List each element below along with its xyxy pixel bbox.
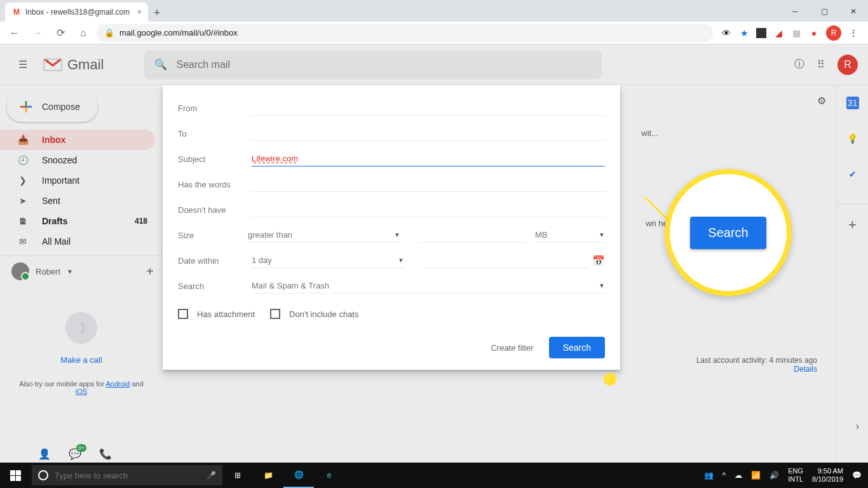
- adv-from-input[interactable]: [252, 100, 605, 116]
- adv-searchin-select[interactable]: Mail & Spam & Trash▼: [252, 278, 605, 294]
- tab-close-icon[interactable]: ×: [137, 8, 142, 17]
- checkbox-icon: [270, 309, 280, 319]
- rail-add-button[interactable]: +: [837, 203, 868, 233]
- ext-star-icon[interactable]: ★: [738, 27, 750, 39]
- close-window-button[interactable]: ✕: [839, 1, 868, 22]
- apps-grid-icon[interactable]: ⠿: [817, 58, 825, 71]
- tray-chevron-icon[interactable]: ^: [722, 471, 726, 480]
- maximize-button[interactable]: ▢: [810, 1, 839, 22]
- windows-taskbar: 🎤 ⊞ 📁 🌐 e 👥 ^ ☁ 📶 🔊 ENGINTL 9:50 AM8/10/…: [0, 463, 868, 488]
- url-text: mail.google.com/mail/u/0/#inbox: [119, 28, 238, 37]
- adv-haswords-input[interactable]: [252, 177, 605, 192]
- clock[interactable]: 9:50 AM8/10/2019: [812, 467, 843, 484]
- chrome-profile-icon[interactable]: R: [826, 25, 841, 41]
- hangouts-user-row[interactable]: Robert ▼ +: [0, 262, 163, 280]
- ios-link[interactable]: iOS: [76, 388, 87, 395]
- adv-size-value-input[interactable]: [419, 227, 526, 243]
- window-controls: ─ ▢ ✕: [780, 1, 868, 22]
- adv-has-attachment-check[interactable]: Has attachment: [178, 309, 255, 319]
- details-link[interactable]: Details: [794, 365, 817, 374]
- calendar-picker-icon[interactable]: 📅: [592, 255, 605, 267]
- home-icon[interactable]: ⌂: [74, 24, 93, 43]
- address-bar[interactable]: 🔒 mail.google.com/mail/u/0/#inbox: [97, 24, 713, 42]
- sidebar-item-inbox[interactable]: 📥 Inbox: [0, 130, 155, 150]
- add-label-button[interactable]: +: [146, 264, 154, 279]
- keep-icon[interactable]: 💡: [846, 132, 859, 145]
- tasks-icon[interactable]: ✔: [846, 168, 859, 180]
- onedrive-icon[interactable]: ☁: [735, 471, 742, 480]
- cortana-input[interactable]: [55, 471, 200, 480]
- sidebar-label: Drafts: [42, 216, 67, 226]
- footer-activity: Last account activity: 4 minutes ago Det…: [696, 356, 817, 374]
- adv-size-unit-select[interactable]: MB▼: [535, 227, 605, 243]
- bg-promo-text: wit...: [641, 128, 658, 138]
- adv-subject-input[interactable]: [252, 151, 605, 166]
- start-button[interactable]: [0, 463, 31, 488]
- adv-doesnthave-input[interactable]: [252, 202, 605, 217]
- ext-eye-icon[interactable]: 👁: [721, 27, 732, 39]
- new-tab-button[interactable]: +: [148, 4, 166, 22]
- android-link[interactable]: Android: [106, 380, 130, 388]
- gmail-brand-text: Gmail: [67, 57, 104, 73]
- phone-icon[interactable]: 📞: [99, 448, 112, 460]
- right-rail: 31 💡 ✔ +: [836, 85, 868, 463]
- create-filter-button[interactable]: Create filter: [491, 343, 533, 353]
- make-call-link[interactable]: Make a call: [60, 355, 102, 365]
- sidebar-item-snoozed[interactable]: 🕘 Snoozed: [0, 150, 155, 170]
- file-explorer-icon[interactable]: 📁: [253, 463, 283, 488]
- ext-flag-icon[interactable]: ◢: [773, 27, 784, 39]
- sidebar-item-drafts[interactable]: 🗎 Drafts 418: [0, 211, 155, 231]
- volume-icon[interactable]: 🔊: [770, 471, 779, 480]
- ext-square-icon[interactable]: [756, 28, 766, 38]
- browser-tab[interactable]: M Inbox - rewells318@gmail.com ×: [5, 3, 148, 22]
- gmail-header: ☰ Gmail 🔍 ⓘ ⠿ R: [0, 44, 868, 85]
- gmail-search-bar[interactable]: 🔍: [144, 50, 602, 79]
- back-icon[interactable]: ←: [5, 24, 24, 43]
- minimize-button[interactable]: ─: [780, 1, 810, 22]
- adv-to-input[interactable]: [252, 126, 605, 141]
- edge-task-icon[interactable]: e: [314, 463, 344, 488]
- extensions: 👁 ★ ◢ ▦ ● R ⋮: [717, 25, 863, 41]
- help-icon[interactable]: ⓘ: [794, 58, 804, 71]
- forward-icon[interactable]: →: [28, 24, 47, 43]
- task-view-icon[interactable]: ⊞: [222, 463, 253, 488]
- mic-icon[interactable]: 🎤: [207, 471, 216, 480]
- chevron-down-icon[interactable]: ▼: [67, 268, 73, 275]
- hangouts-chat-icon[interactable]: 💬9+: [69, 448, 81, 460]
- sidebar-item-important[interactable]: ❯ Important: [0, 170, 155, 191]
- notifications-icon[interactable]: 💬: [852, 471, 862, 480]
- ext-grey-icon[interactable]: ▦: [790, 27, 802, 39]
- adv-date-input[interactable]: [423, 253, 588, 268]
- callout-search-button: Search: [690, 217, 766, 249]
- chrome-menu-icon[interactable]: ⋮: [848, 27, 859, 39]
- adv-subject-label: Subject: [178, 154, 252, 164]
- gear-icon[interactable]: ⚙: [817, 95, 826, 106]
- adv-search-button[interactable]: Search: [549, 337, 605, 358]
- compose-button[interactable]: Compose: [6, 92, 98, 122]
- search-input[interactable]: [176, 59, 592, 71]
- people-icon[interactable]: 👥: [704, 471, 714, 480]
- hangouts-phone-icon[interactable]: 🕽: [65, 312, 97, 344]
- calendar-icon[interactable]: 31: [846, 97, 859, 109]
- adv-size-op-select[interactable]: greater than▼: [248, 227, 400, 243]
- hamburger-icon[interactable]: ☰: [10, 52, 36, 78]
- sidebar-item-allmail[interactable]: ✉ All Mail: [0, 231, 155, 252]
- search-icon[interactable]: 🔍: [154, 58, 167, 71]
- cortana-search[interactable]: 🎤: [32, 465, 222, 485]
- account-avatar[interactable]: R: [837, 55, 858, 75]
- gmail-logo[interactable]: Gmail: [43, 57, 104, 73]
- lock-icon: 🔒: [104, 28, 114, 37]
- network-icon[interactable]: 📶: [751, 471, 761, 480]
- reload-icon[interactable]: ⟳: [51, 24, 70, 43]
- sidebar-item-sent[interactable]: ➤ Sent: [0, 191, 155, 211]
- chrome-task-icon[interactable]: 🌐: [283, 463, 314, 488]
- person-icon[interactable]: 👤: [38, 448, 51, 460]
- adv-no-chats-check[interactable]: Don't include chats: [270, 309, 358, 319]
- callout-highlight: Search: [665, 169, 792, 296]
- language-indicator[interactable]: ENGINTL: [788, 467, 803, 484]
- user-name: Robert: [36, 267, 60, 276]
- rail-collapse-icon[interactable]: ›: [856, 421, 859, 432]
- ext-dot-icon[interactable]: ●: [808, 27, 820, 39]
- windows-logo-icon: [10, 470, 21, 481]
- adv-date-range-select[interactable]: 1 day▼: [252, 253, 404, 268]
